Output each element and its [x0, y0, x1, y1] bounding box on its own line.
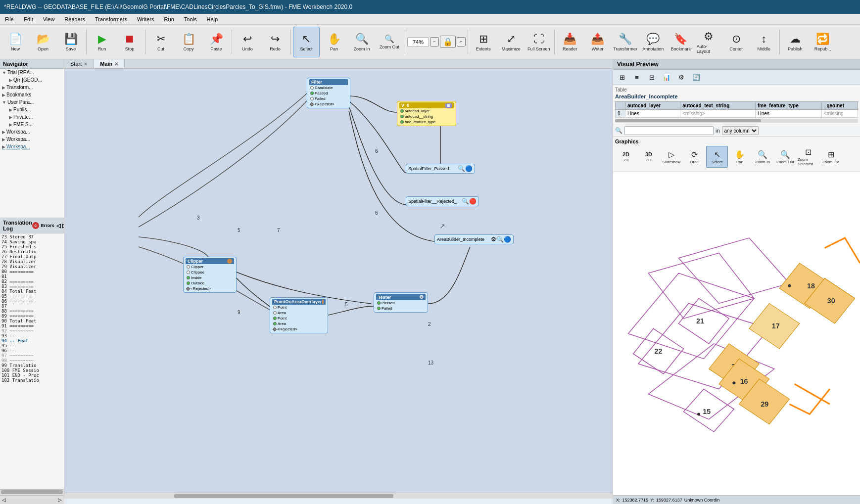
spatial-filter-rejected-search[interactable]: 🔍 — [462, 198, 469, 205]
col-fme-feature-type[interactable]: fme_feature_type — [755, 102, 821, 110]
bookmark-button[interactable]: 🔖 Bookmark — [668, 27, 694, 57]
middle-button[interactable]: ↕ Middle — [751, 27, 777, 57]
menu-writers[interactable]: Writers — [132, 15, 159, 23]
transformer-button[interactable]: 🔧 Transformer — [612, 27, 639, 57]
center-button[interactable]: ⊙ Center — [723, 27, 750, 57]
visual-canvas[interactable]: 18 30 17 21 22 32 16 — [613, 172, 860, 495]
spatial-filter-rejected-node[interactable]: SpatialFilter__Rejected_ 🔍 🔴 — [406, 196, 479, 206]
menu-tools[interactable]: Tools — [179, 15, 202, 23]
areabuilder-node[interactable]: AreaBuilder_Incomplete ⚙ 🔍 🔵 — [434, 234, 514, 244]
table-hscroll[interactable] — [615, 119, 858, 123]
menu-transformers[interactable]: Transformers — [90, 15, 132, 23]
maximize-button[interactable]: ⤢ Maximize — [498, 27, 525, 57]
open-button[interactable]: 📂 Open — [30, 27, 56, 57]
spatial-filter-passed-node[interactable]: SpatialFilter_Passed 🔍 🔵 — [406, 164, 475, 174]
stop-button[interactable]: ⏹ Stop — [116, 27, 143, 57]
graphics-zoom-ext-button[interactable]: ⊞ Zoom Ext — [820, 146, 842, 168]
menu-run[interactable]: Run — [159, 15, 179, 23]
menu-edit[interactable]: Edit — [19, 15, 38, 23]
log-nav-left[interactable]: ◁ — [56, 223, 60, 229]
auto-layout-button[interactable]: ⚙ Auto-Layout — [695, 27, 722, 57]
h-scroll-thumb[interactable] — [174, 494, 393, 498]
search-column-select[interactable]: any column — [722, 126, 759, 135]
col-autocad-text-string[interactable]: autocad_text_string — [680, 102, 756, 110]
writer-button[interactable]: 📤 Writer — [584, 27, 611, 57]
zoom-out-button[interactable]: 🔍 Zoom Out — [376, 27, 403, 57]
log-nav-prev[interactable]: ◁ — [2, 497, 6, 503]
search-input[interactable] — [624, 126, 714, 135]
vp-btn-table[interactable]: ⊞ — [615, 71, 629, 84]
menu-readers[interactable]: Readers — [59, 15, 90, 23]
graphics-3d-button[interactable]: 3D 3D — [638, 146, 660, 168]
nav-item-workspa1[interactable]: ▶ Workspa... — [0, 128, 64, 136]
nav-item-bookmarks[interactable]: ▶ Bookmarks — [0, 91, 64, 98]
zoom-minus-button[interactable]: − — [430, 37, 439, 46]
tab-start[interactable]: Start ✕ — [64, 59, 94, 68]
pan-button[interactable]: ✋ Pan — [321, 27, 347, 57]
zoom-plus-button[interactable]: + — [457, 37, 466, 46]
extents-button[interactable]: ⊞ Extents — [470, 27, 497, 57]
select-button[interactable]: ↖ Select — [293, 27, 320, 57]
graphics-slideshow-button[interactable]: ▷ Slideshow — [661, 146, 682, 168]
col-autocad-layer[interactable]: autocad_layer — [625, 102, 680, 110]
nav-item-qrr[interactable]: ▶ Qrr [GEOD... — [7, 76, 64, 84]
tab-main[interactable]: Main ✕ — [94, 59, 125, 68]
log-scrollbar[interactable] — [0, 489, 64, 495]
full-screen-button[interactable]: ⛶ Full Screen — [526, 27, 552, 57]
save-button[interactable]: 💾 Save — [57, 27, 84, 57]
graphics-zoom-out-button[interactable]: 🔍 Zoom Out — [774, 146, 796, 168]
nav-item-workspa3[interactable]: ▶ Workspa... — [0, 143, 64, 150]
cut-button[interactable]: ✂ Cut — [147, 27, 174, 57]
table-hscroll-thumb[interactable] — [615, 119, 761, 122]
graphics-zoom-in-button[interactable]: 🔍 Zoom In — [752, 146, 773, 168]
publish-button[interactable]: ☁ Publish — [782, 27, 809, 57]
undo-button[interactable]: ↩ Undo — [234, 27, 261, 57]
nav-item-fme-s[interactable]: ▶ FME S... — [7, 121, 64, 128]
vp-btn-chart[interactable]: 📊 — [660, 71, 673, 84]
zoom-input[interactable] — [407, 37, 429, 47]
graphics-zoom-selected-button[interactable]: ⊡ Zoom Selected — [797, 146, 819, 168]
graphics-2d-button[interactable]: 2D 2D — [615, 146, 637, 168]
canvas[interactable]: 6 6 3 5 9 5 2 13 7 Filter Candidate Pass… — [64, 69, 613, 493]
graphics-pan-button[interactable]: ✋ Pan — [729, 146, 751, 168]
graphics-orbit-button[interactable]: ⟳ Orbit — [683, 146, 705, 168]
menu-view[interactable]: View — [38, 15, 60, 23]
nav-item-user-para[interactable]: ▼ User Para... — [0, 98, 64, 106]
tab-start-close[interactable]: ✕ — [84, 61, 88, 67]
paste-button[interactable]: 📌 Paste — [203, 27, 230, 57]
spatial-filter-passed-view[interactable]: 🔵 — [465, 165, 473, 172]
new-button[interactable]: 📄 New — [2, 27, 29, 57]
tab-main-close[interactable]: ✕ — [114, 61, 118, 67]
republish-button[interactable]: 🔁 Repub... — [810, 27, 836, 57]
menu-file[interactable]: File — [0, 15, 19, 23]
vp-btn-list[interactable]: ≡ — [630, 71, 644, 84]
areabuilder-search[interactable]: 🔍 — [496, 236, 504, 243]
zoom-in-button[interactable]: 🔍 Zoom In — [348, 27, 375, 57]
vp-btn-grid[interactable]: ⊟ — [645, 71, 659, 84]
nav-item-workspa2[interactable]: ▶ Workspa... — [0, 136, 64, 143]
copy-button[interactable]: 📋 Copy — [175, 27, 202, 57]
vp-btn-refresh[interactable]: 🔄 — [689, 71, 703, 84]
reader-button[interactable]: 📥 Reader — [557, 27, 583, 57]
clipper-node[interactable]: Clipper Clipper Clippee Inside Outside <… — [183, 257, 237, 293]
areabuilder-view[interactable]: 🔵 — [504, 236, 511, 243]
nav-item-publis[interactable]: ▶ Publis... — [7, 106, 64, 113]
col-geomet[interactable]: _geomet — [821, 102, 858, 110]
annotation-button[interactable]: 💬 Annotation — [640, 27, 667, 57]
v0-node[interactable]: V_0 ⊞ autocad_layer autocad__string fme_… — [397, 101, 456, 126]
nav-item-private[interactable]: ▶ Private... — [7, 113, 64, 121]
areabuilder-settings[interactable]: ⚙ — [491, 236, 496, 243]
vp-btn-settings[interactable]: ⚙ — [674, 71, 688, 84]
graphics-select-button[interactable]: ↖ Select — [706, 146, 728, 168]
tester-settings[interactable]: ⚙ — [419, 294, 424, 300]
filter-node[interactable]: Filter Candidate Passed Failed <Rejected… — [307, 78, 350, 108]
nav-item-transform[interactable]: ▶ Transform... — [0, 84, 64, 91]
spatial-filter-rejected-view[interactable]: 🔴 — [469, 198, 477, 205]
spatial-filter-passed-search[interactable]: 🔍 — [458, 165, 465, 172]
nav-item-trial[interactable]: ▼ Trial [REA... — [0, 69, 64, 76]
log-scroll-thumb[interactable] — [1, 490, 63, 494]
pointonarea-node[interactable]: PointOnAreaOverlayer Point Area Point Ar… — [270, 297, 328, 333]
canvas-h-scrollbar[interactable] — [64, 493, 613, 499]
zoom-lock-button[interactable]: 🔒 — [440, 36, 456, 48]
tester-node[interactable]: Tester ⚙ Passed Failed — [374, 292, 428, 313]
